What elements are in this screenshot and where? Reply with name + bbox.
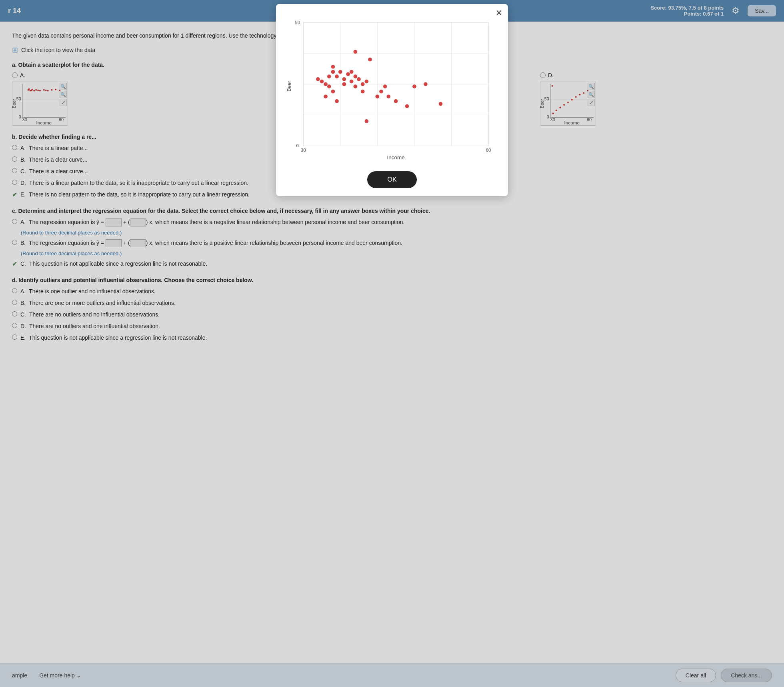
svg-text:50: 50	[295, 20, 300, 25]
svg-point-90	[331, 70, 335, 74]
svg-point-122	[354, 50, 358, 54]
svg-point-92	[316, 77, 320, 81]
svg-point-95	[338, 70, 342, 74]
svg-point-94	[335, 74, 339, 78]
svg-text:Income: Income	[387, 154, 405, 160]
svg-point-98	[346, 72, 350, 76]
svg-point-109	[361, 90, 365, 94]
svg-point-108	[354, 84, 358, 88]
svg-text:Beer: Beer	[286, 81, 292, 91]
svg-point-121	[368, 58, 372, 62]
svg-point-106	[361, 82, 365, 86]
svg-text:80: 80	[486, 148, 491, 152]
svg-point-107	[335, 99, 339, 103]
svg-point-116	[405, 104, 409, 108]
svg-point-96	[342, 77, 346, 81]
svg-point-105	[357, 77, 361, 81]
svg-point-114	[387, 94, 391, 98]
svg-point-113	[383, 84, 387, 88]
svg-point-120	[365, 119, 369, 123]
svg-point-89	[327, 74, 331, 78]
svg-point-91	[324, 82, 328, 86]
svg-point-88	[320, 80, 324, 84]
modal-chart: 30 80 Income 0 50 Beer	[284, 12, 500, 164]
modal-ok-button[interactable]: OK	[367, 171, 416, 188]
svg-text:0: 0	[296, 144, 299, 148]
modal-overlay: ✕ 30 80 Income	[0, 0, 784, 687]
svg-point-115	[394, 99, 398, 103]
svg-point-102	[324, 94, 328, 98]
svg-point-117	[412, 84, 416, 88]
svg-point-119	[439, 102, 443, 106]
svg-point-112	[379, 90, 383, 94]
modal-dialog: ✕ 30 80 Income	[276, 4, 508, 196]
svg-point-97	[327, 84, 331, 88]
svg-text:30: 30	[301, 148, 306, 152]
svg-point-100	[354, 74, 358, 78]
svg-point-104	[350, 70, 354, 74]
svg-point-118	[424, 82, 428, 86]
svg-point-101	[331, 90, 335, 94]
svg-point-99	[350, 80, 354, 84]
svg-point-110	[365, 80, 369, 84]
svg-point-111	[376, 94, 380, 98]
svg-point-93	[331, 65, 335, 69]
svg-point-103	[342, 82, 346, 86]
modal-ok-row: OK	[284, 171, 500, 188]
